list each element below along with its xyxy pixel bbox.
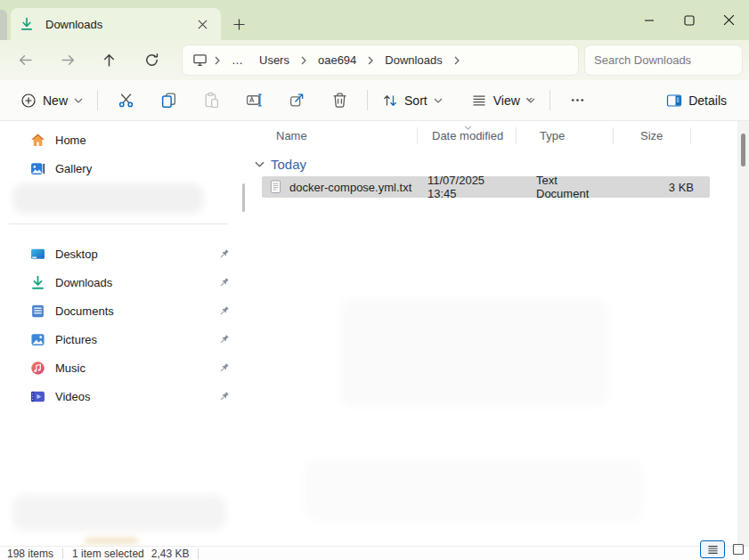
sidebar-item-label: Desktop: [55, 248, 208, 261]
status-divider: [198, 548, 199, 559]
toolbar-divider: [367, 90, 368, 110]
file-name: docker-compose.yml.txt: [289, 181, 411, 194]
breadcrumb-segment-downloads[interactable]: Downloads: [378, 51, 449, 69]
column-header-date-modified[interactable]: Date modified: [418, 123, 516, 148]
search-box[interactable]: [585, 45, 742, 75]
delete-button[interactable]: [323, 85, 355, 117]
this-pc-icon[interactable]: [190, 53, 210, 68]
details-view-button[interactable]: [700, 540, 725, 558]
breadcrumb-segment-user[interactable]: oae694: [311, 51, 363, 69]
maximize-icon: [684, 15, 695, 26]
view-list-icon: [471, 93, 487, 109]
column-header-name[interactable]: Name: [256, 123, 417, 148]
chevron-right-icon[interactable]: [298, 56, 309, 65]
toolbar-divider: [550, 90, 550, 110]
tab-close-button[interactable]: [192, 14, 212, 34]
group-header[interactable]: Today: [255, 153, 306, 174]
redacted-sidebar-item: [12, 183, 204, 214]
file-name-cell: docker-compose.yml.txt: [262, 180, 417, 194]
sidebar-scrollbar[interactable]: [242, 183, 245, 212]
selection-size: 2,43 KB: [151, 548, 190, 560]
forward-icon: [61, 53, 76, 68]
breadcrumb-segment-users[interactable]: Users: [252, 51, 297, 69]
minimize-icon: [644, 15, 655, 26]
column-header-type[interactable]: Type: [517, 123, 613, 148]
refresh-icon: [144, 53, 159, 68]
sidebar-item-desktop[interactable]: Desktop: [5, 241, 235, 266]
sort-button-label: Sort: [404, 93, 427, 108]
details-button-label: Details: [688, 93, 727, 108]
circle-plus-icon: [20, 93, 37, 109]
icons-view-button[interactable]: [729, 540, 748, 558]
new-button[interactable]: New: [12, 85, 91, 117]
sidebar-item-documents[interactable]: Documents: [5, 298, 235, 323]
close-window-icon: [723, 14, 735, 26]
chevron-right-icon[interactable]: [452, 56, 462, 65]
scrollbar-thumb[interactable]: [741, 134, 745, 166]
column-header-size[interactable]: Size: [614, 123, 690, 148]
file-size: 3 KB: [611, 181, 702, 194]
search-input[interactable]: [594, 53, 749, 67]
redacted-sidebar-footer: [12, 495, 226, 531]
cut-button[interactable]: [110, 85, 142, 117]
view-button-label: View: [493, 93, 520, 108]
minimize-button[interactable]: [629, 0, 669, 40]
toolbar-divider: [97, 90, 98, 110]
tab-downloads[interactable]: Downloads: [11, 8, 221, 40]
close-icon: [198, 20, 208, 29]
sidebar-item-home[interactable]: Home: [5, 127, 235, 152]
toolbar: New Sort View: [0, 80, 749, 121]
icons-view-icon: [732, 543, 745, 556]
breadcrumb-overflow[interactable]: …: [224, 51, 250, 69]
paste-button[interactable]: [195, 85, 227, 117]
pin-icon: [218, 305, 230, 317]
chevron-down-icon: [434, 98, 443, 103]
pin-icon: [218, 362, 230, 374]
close-window-button[interactable]: [709, 0, 749, 40]
share-button[interactable]: [281, 85, 313, 117]
column-separator[interactable]: [690, 127, 691, 144]
file-date: 11/07/2025 13:45: [417, 174, 515, 200]
copy-button[interactable]: [152, 85, 184, 117]
view-button[interactable]: View: [463, 85, 543, 117]
rename-button[interactable]: [238, 85, 270, 117]
videos-icon: [30, 389, 45, 404]
statusbar: 198 items 1 item selected 2,43 KB: [0, 546, 749, 560]
refresh-button[interactable]: [137, 45, 167, 75]
sidebar-item-label: Videos: [55, 390, 208, 403]
pin-icon: [218, 277, 230, 288]
text-file-icon: [270, 180, 281, 194]
breadcrumb: … Users oae694 Downloads: [183, 45, 578, 75]
up-button[interactable]: [94, 45, 124, 75]
sidebar-item-videos[interactable]: Videos: [5, 384, 235, 409]
table-row[interactable]: docker-compose.yml.txt 11/07/2025 13:45 …: [262, 176, 710, 198]
sidebar-item-label: Music: [55, 361, 208, 375]
new-button-label: New: [43, 93, 68, 108]
new-tab-button[interactable]: [226, 12, 251, 37]
sidebar-divider: [9, 223, 228, 224]
address-row: … Users oae694 Downloads: [0, 40, 749, 80]
back-button[interactable]: [11, 45, 40, 75]
sort-button[interactable]: Sort: [374, 85, 451, 117]
group-label: Today: [271, 157, 306, 172]
chevron-down-icon: [74, 98, 83, 103]
paste-icon: [203, 92, 220, 109]
chevron-right-icon[interactable]: [365, 56, 376, 65]
sidebar-item-music[interactable]: Music: [5, 355, 235, 380]
sidebar-item-pictures[interactable]: Pictures: [5, 327, 235, 352]
titlebar: Downloads: [0, 0, 749, 40]
file-list: Name Date modified Type Size Today: [251, 121, 737, 546]
more-button[interactable]: [562, 85, 594, 117]
maximize-button[interactable]: [669, 0, 709, 40]
downloads-icon: [30, 275, 45, 290]
more-icon: [569, 92, 586, 109]
sidebar-item-label: Home: [55, 134, 235, 147]
main-scrollbar[interactable]: [737, 121, 749, 546]
details-button[interactable]: Details: [658, 85, 735, 117]
chevron-right-icon[interactable]: [212, 56, 223, 65]
forward-button[interactable]: [53, 45, 83, 75]
sidebar-item-downloads[interactable]: Downloads: [5, 270, 235, 295]
item-count: 198 items: [7, 548, 53, 560]
column-label: Type: [540, 129, 565, 142]
sidebar-item-gallery[interactable]: Gallery: [5, 156, 235, 181]
